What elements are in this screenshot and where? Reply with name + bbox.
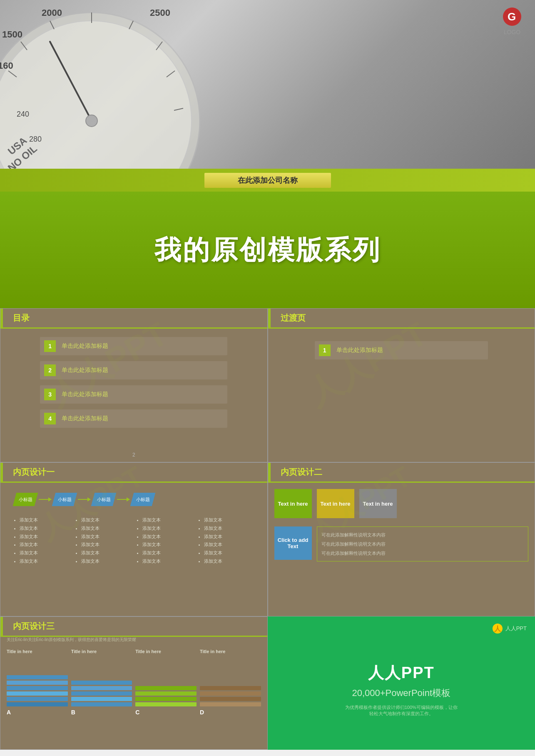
ppt-logo-label: 人人PPT [505, 625, 527, 632]
toc-header: 目录 [0, 309, 267, 329]
click-to-add-button[interactable]: Click to add Text [274, 526, 312, 560]
inner1-slide: 人人PPT 内页设计一 小标题 小标题 [0, 462, 268, 616]
bar-letter-a: A [7, 709, 68, 716]
list-item: 添加文本 [204, 549, 255, 557]
slide-title-section: 我的原创模版系列 [0, 192, 535, 308]
bar-stripe [7, 681, 68, 685]
bar-stripe [7, 675, 68, 679]
toc-item-4[interactable]: 4 单击此处添加标题 [40, 409, 227, 428]
list-item: 添加文本 [204, 516, 255, 524]
list-item: 添加文本 [81, 549, 132, 557]
inner2-bottom: Click to add Text 可在此添加解释性说明文本内容 可在此添加解释… [268, 522, 535, 568]
toc-item-1[interactable]: 1 单击此处添加标题 [40, 337, 227, 355]
bullet-col-4: 添加文本 添加文本 添加文本 添加文本 添加文本 添加文本 [197, 516, 255, 566]
inner2-slide: 人人PPT 内页设计二 Text in here Text in here Te… [268, 462, 535, 616]
inner2-line-2: 可在此添加解释性说明文本内容 [321, 539, 524, 549]
toc-label-1: 单击此处添加标题 [62, 342, 108, 350]
list-item: 添加文本 [81, 524, 132, 533]
svg-text:2000: 2000 [42, 7, 62, 18]
list-item: 添加文本 [20, 549, 70, 557]
toc-label-4: 单击此处添加标题 [62, 415, 108, 422]
list-item: 添加文本 [204, 524, 255, 533]
inner2-line-1: 可在此添加解释性说明文本内容 [321, 530, 524, 539]
inner2-title: 内页设计二 [276, 467, 322, 478]
svg-text:2500: 2500 [150, 7, 170, 18]
bar-stripe [200, 702, 261, 706]
hero-company-bar: 在此添加公司名称 [0, 169, 535, 192]
inner1-flow: 小标题 小标题 小标题 小标题 [9, 491, 259, 508]
list-item: 添加文本 [81, 557, 132, 566]
list-item: 添加文本 [142, 533, 193, 541]
toc-label-3: 单击此处添加标题 [62, 391, 108, 398]
bar-stripe [200, 686, 261, 690]
list-item: 添加文本 [20, 524, 70, 533]
bar-stripes-c [135, 656, 197, 706]
ppt-sub-title: 20,000+PowerPoint模板 [352, 687, 450, 699]
svg-text:1500: 1500 [2, 29, 22, 40]
list-item: 添加文本 [20, 533, 70, 541]
flow-arrow-1 [39, 499, 51, 500]
bar-title-b: Title in here [71, 649, 132, 654]
bar-stripe [71, 691, 132, 696]
bullet-list-3: 添加文本 添加文本 添加文本 添加文本 添加文本 添加文本 [136, 516, 193, 566]
flow-item-3: 小标题 [91, 491, 116, 508]
toc-title: 目录 [9, 312, 30, 324]
list-item: 添加文本 [142, 541, 193, 549]
ppt-logo-area: 人 人人PPT [492, 623, 527, 634]
inner3-subtitle: 关注Eric-lin关注Eric-lin原创模版系列，获得您的喜爱将是我的无限荣… [0, 637, 267, 647]
text-box-1[interactable]: Text in here [274, 489, 312, 518]
inner2-text-lines: 可在此添加解释性说明文本内容 可在此添加解释性说明文本内容 可在此添加解释性说明… [317, 526, 529, 561]
bar-title-d: Title in here [200, 649, 261, 654]
list-item: 添加文本 [142, 516, 193, 524]
toc-number-2: 2 [44, 364, 56, 376]
flow-item-2: 小标题 [52, 491, 77, 508]
toc-page-number: 2 [132, 452, 135, 458]
flow-label-1: 小标题 [19, 497, 32, 503]
company-name-box[interactable]: 在此添加公司名称 [204, 173, 331, 188]
list-item: 添加文本 [204, 557, 255, 566]
flow-label-4: 小标题 [136, 497, 150, 503]
toc-item-2[interactable]: 2 单击此处添加标题 [40, 361, 227, 379]
list-item: 添加文本 [204, 541, 255, 549]
inner2-header: 内页设计二 [268, 463, 535, 483]
bar-stripe [7, 697, 68, 701]
inner3-header: 内页设计三 [0, 617, 267, 637]
inner3-slide: 内页设计三 关注Eric-lin关注Eric-lin原创模版系列，获得您的喜爱将… [0, 616, 268, 750]
svg-text:G: G [508, 10, 516, 23]
bar-stripe [71, 702, 132, 706]
bar-letter-c: C [135, 709, 197, 716]
flow-arrow-3 [117, 499, 129, 500]
main-title: 我的原创模版系列 [154, 232, 381, 268]
bullet-col-3: 添加文本 添加文本 添加文本 添加文本 添加文本 添加文本 [136, 516, 193, 566]
inner3-bars: Title in here A Title in here [0, 647, 267, 722]
gauge-image: 160 1500 2000 2500 200 240 280 USA NO OI… [0, 0, 266, 192]
text-box-2[interactable]: Text in here [317, 489, 354, 518]
text-box-3[interactable]: Text in here [359, 489, 397, 518]
transition-title: 过渡页 [276, 312, 306, 324]
bar-stripe [135, 686, 197, 690]
logo-icon: G [502, 6, 523, 27]
bar-col-b: Title in here B [71, 649, 132, 716]
transition-item-1[interactable]: 1 单击此处添加标题 [315, 341, 488, 359]
bar-stripe [135, 702, 197, 706]
bar-col-a: Title in here A [7, 649, 68, 716]
bar-stripe [71, 686, 132, 690]
bar-letter-d: D [200, 709, 261, 716]
svg-text:人: 人 [494, 625, 501, 632]
bar-stripes-d [200, 656, 261, 706]
bar-stripe [7, 686, 68, 690]
bar-stripe [200, 697, 261, 701]
list-item: 添加文本 [20, 541, 70, 549]
toc-slide: 人人PPT 目录 1 单击此处添加标题 2 单击此处添加标题 3 单击此处添加标… [0, 308, 268, 462]
slide-hero: 160 1500 2000 2500 200 240 280 USA NO OI… [0, 0, 535, 192]
flow-label-2: 小标题 [58, 497, 72, 503]
inner3-title: 内页设计三 [9, 621, 55, 632]
bar-stripe [7, 702, 68, 706]
inner1-content: 小标题 小标题 小标题 小标题 [0, 483, 267, 574]
bar-title-c: Title in here [135, 649, 197, 654]
transition-slide: 人人PPT 过渡页 1 单击此处添加标题 [268, 308, 535, 462]
toc-item-3[interactable]: 3 单击此处添加标题 [40, 385, 227, 404]
bottom-row: 内页设计三 关注Eric-lin关注Eric-lin原创模版系列，获得您的喜爱将… [0, 616, 535, 750]
bar-stripe [200, 691, 261, 696]
bullet-col-1: 添加文本 添加文本 添加文本 添加文本 添加文本 添加文本 [13, 516, 70, 566]
